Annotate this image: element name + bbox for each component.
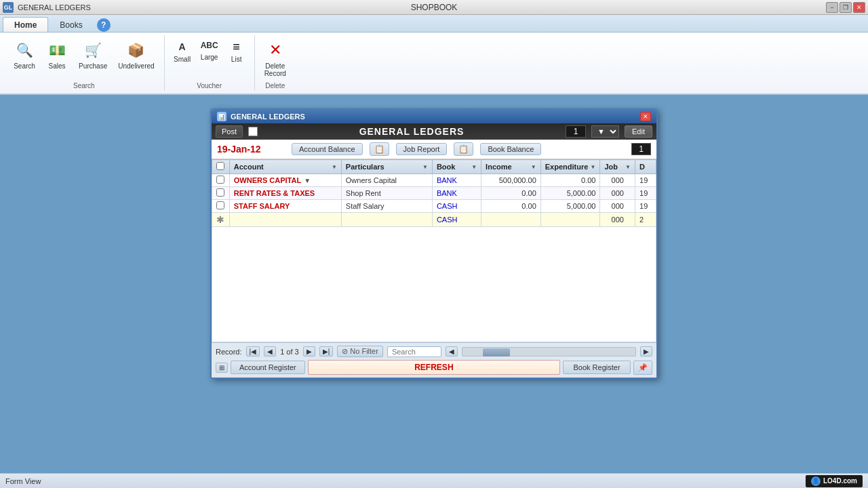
edit-button[interactable]: Edit xyxy=(625,125,652,138)
nav-next-button[interactable]: ▶ xyxy=(303,346,315,357)
table-row: ✱CASH0002 xyxy=(212,213,656,227)
delete-record-button[interactable]: ✕ DeleteRecord xyxy=(260,37,290,80)
purchase-button[interactable]: 🛒 Purchase xyxy=(75,37,111,73)
header-d[interactable]: D xyxy=(635,160,656,174)
table-row: STAFF SALARYStaff SalaryCASH0.005,000.00… xyxy=(212,200,656,213)
footer-search-input[interactable] xyxy=(387,346,441,357)
row-book: CASH xyxy=(432,213,481,227)
dialog-titlebar: 📊 GENERAL LEDGERS ✕ xyxy=(212,110,656,123)
header-account[interactable]: Account ▼ xyxy=(229,160,341,174)
date-display: 19-Jan-12 xyxy=(217,144,285,155)
list-voucher-button[interactable]: ≡ List xyxy=(224,37,249,65)
small-voucher-button[interactable]: A Small xyxy=(170,37,195,65)
dialog-close-button[interactable]: ✕ xyxy=(640,112,651,121)
search-label: Search xyxy=(14,62,35,70)
book-register-button[interactable]: Book Register xyxy=(563,361,631,374)
dialog-titlebar-left: 📊 GENERAL LEDGERS xyxy=(217,112,305,121)
horizontal-scrollbar[interactable] xyxy=(462,347,636,357)
row-account xyxy=(229,213,341,227)
tab-home[interactable]: Home xyxy=(3,17,48,32)
search-group-label: Search xyxy=(73,82,95,89)
record-count: 1 of 3 xyxy=(280,348,299,356)
balance-number: 1 xyxy=(631,143,651,155)
job-report-button[interactable]: Job Report xyxy=(396,143,448,155)
dialog-title: GENERAL LEDGERS xyxy=(231,113,305,121)
table-header-row: Account ▼ Particulars ▼ xyxy=(212,160,656,174)
record-label: Record: xyxy=(216,348,242,356)
layout-button[interactable]: ⊞ xyxy=(216,363,228,373)
scroll-right-button[interactable]: ▶ xyxy=(640,346,652,357)
close-button[interactable]: ✕ xyxy=(853,2,865,13)
row-d: 19 xyxy=(635,200,656,213)
search-button[interactable]: 🔍 Search xyxy=(9,37,39,73)
job-report-icon-button[interactable]: 📋 xyxy=(454,142,473,156)
header-checkbox[interactable] xyxy=(216,162,224,170)
small-voucher-icon: A xyxy=(179,39,186,56)
logo-text: LO4D.com xyxy=(823,477,857,485)
status-bar: Form View 👤 LO4D.com xyxy=(0,473,868,488)
form-view-label: Form View xyxy=(5,477,41,485)
undelivered-icon: 📦 xyxy=(125,39,147,61)
account-balance-icon-button[interactable]: 📋 xyxy=(370,142,389,156)
row-expenditure: 5,000.00 xyxy=(540,187,600,200)
job-sort-arrow: ▼ xyxy=(625,164,631,170)
row-checkbox[interactable] xyxy=(216,201,224,209)
minimize-button[interactable]: − xyxy=(826,2,838,13)
sales-button[interactable]: 💵 Sales xyxy=(42,37,72,73)
row-check-cell[interactable] xyxy=(212,200,230,213)
dialog-icon: 📊 xyxy=(217,112,226,121)
search-group-items: 🔍 Search 💵 Sales 🛒 Purchase 📦 Undelivere… xyxy=(9,37,159,81)
sales-icon: 💵 xyxy=(46,39,68,61)
account-register-button[interactable]: Account Register xyxy=(231,361,305,374)
record-dropdown[interactable]: ▼ xyxy=(591,125,619,138)
pin-button[interactable]: 📌 xyxy=(633,361,652,375)
row-d: 19 xyxy=(635,174,656,187)
table-row: RENT RATES & TAXESShop RentBANK0.005,000… xyxy=(212,187,656,200)
nav-prev-button[interactable]: ◀ xyxy=(264,346,276,357)
row-check-cell[interactable] xyxy=(212,187,230,200)
logo-icon: 👤 xyxy=(811,476,821,486)
row-checkbox[interactable] xyxy=(216,188,224,197)
status-logo: 👤 LO4D.com xyxy=(806,475,863,487)
delete-group-items: ✕ DeleteRecord xyxy=(260,37,290,81)
row-checkbox[interactable] xyxy=(216,176,224,184)
date-bar: 19-Jan-12 Account Balance 📋 Job Report 📋… xyxy=(212,140,656,159)
post-checkbox[interactable] xyxy=(248,127,258,136)
refresh-button[interactable]: REFRESH xyxy=(308,360,560,375)
table-row: OWNERS CAPITAL▼Owners CapitalBANK500,000… xyxy=(212,174,656,187)
no-filter-button[interactable]: ⊘ No Filter xyxy=(337,346,383,357)
header-expenditure[interactable]: Expenditure ▼ xyxy=(540,160,600,174)
ledger-table-container: Account ▼ Particulars ▼ xyxy=(212,159,656,342)
row-particulars xyxy=(341,213,432,227)
header-particulars[interactable]: Particulars ▼ xyxy=(341,160,432,174)
nav-last-button[interactable]: ▶| xyxy=(319,346,334,357)
post-button[interactable]: Post xyxy=(216,125,243,138)
nav-first-button[interactable]: |◀ xyxy=(246,346,260,357)
restore-button[interactable]: ❐ xyxy=(840,2,852,13)
record-nav: Record: |◀ ◀ 1 of 3 ▶ ▶| ⊘ No Filter ◀ ▶ xyxy=(216,346,652,357)
voucher-group-items: A Small ABC Large ≡ List xyxy=(170,37,249,81)
row-check-cell[interactable] xyxy=(212,174,230,187)
row-particulars: Owners Capital xyxy=(341,174,432,187)
header-job[interactable]: Job ▼ xyxy=(600,160,635,174)
window-title: GENERAL LEDGERS xyxy=(18,3,91,12)
ribbon-tabs: Home Books ? xyxy=(0,15,868,33)
ribbon-group-voucher: A Small ABC Large ≡ List Voucher xyxy=(165,35,255,91)
ledger-table: Account ▼ Particulars ▼ xyxy=(212,159,656,227)
delete-group-label: Delete xyxy=(265,82,285,89)
list-voucher-icon: ≡ xyxy=(233,39,240,56)
account-balance-button[interactable]: Account Balance xyxy=(292,143,363,155)
scroll-left-button[interactable]: ◀ xyxy=(446,346,458,357)
tab-books[interactable]: Books xyxy=(48,17,94,32)
book-balance-button[interactable]: Book Balance xyxy=(480,143,541,155)
help-icon[interactable]: ? xyxy=(97,18,111,32)
row-expenditure: 5,000.00 xyxy=(540,200,600,213)
header-income[interactable]: Income ▼ xyxy=(481,160,541,174)
header-book[interactable]: Book ▼ xyxy=(432,160,481,174)
row-d: 19 xyxy=(635,187,656,200)
row-check-cell[interactable]: ✱ xyxy=(212,213,230,227)
undelivered-button[interactable]: 📦 Undelivered xyxy=(114,37,158,73)
large-voucher-button[interactable]: ABC Large xyxy=(197,37,222,63)
row-income: 0.00 xyxy=(481,200,541,213)
particulars-sort-arrow: ▼ xyxy=(422,164,428,170)
